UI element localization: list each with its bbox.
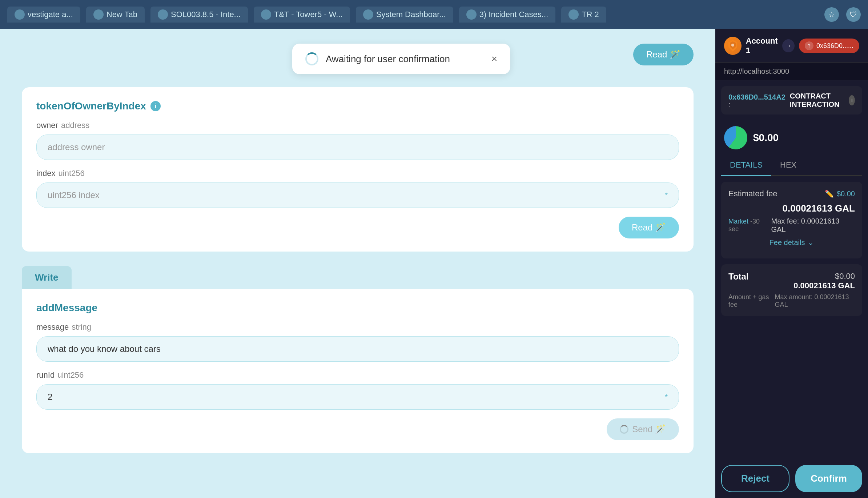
send-button[interactable]: Send 🪄 xyxy=(607,418,679,440)
contract-address-text: 0x636D0...514A2 : xyxy=(728,93,785,108)
main-area: Awaiting for user confirmation × Read 🪄 … xyxy=(0,29,868,498)
tab-tandt[interactable]: T&T - Tower5 - W... xyxy=(254,7,350,23)
awaiting-confirmation-toast: Awaiting for user confirmation × xyxy=(292,44,510,74)
tab-vestigate[interactable]: vestigate a... xyxy=(7,7,80,23)
token-read-button[interactable]: Read 🪄 xyxy=(619,217,679,238)
max-amount: Max amount: 0.00021613 GAL xyxy=(775,293,855,309)
address-badge[interactable]: ? 0x636D0...... xyxy=(799,39,859,53)
index-field-label: index uint256 xyxy=(36,169,679,178)
estimated-fee-label: Estimated fee xyxy=(728,189,777,198)
runid-field-label: runId uint256 xyxy=(36,370,679,380)
tab-sol003[interactable]: SOL003.8.5 - Inte... xyxy=(150,7,248,23)
tab-system[interactable]: System Dashboar... xyxy=(356,7,453,23)
metamask-logo xyxy=(724,37,742,55)
token-of-owner-card: tokenOfOwnerByIndex i owner address addr… xyxy=(22,87,694,252)
mm-url: http://localhost:3000 xyxy=(715,63,868,80)
required-asterisk: * xyxy=(665,393,668,401)
market-info: Market -30 sec xyxy=(728,218,771,233)
message-input[interactable]: what do you know about cars xyxy=(36,336,679,362)
tab-newtab[interactable]: New Tab xyxy=(86,7,145,23)
info-icon[interactable]: i xyxy=(150,101,161,111)
browser-icons: ☆ 🛡 xyxy=(824,7,861,22)
mm-fee-section: Estimated fee ✏️ $0.00 0.00021613 GAL Ma… xyxy=(721,182,862,258)
metamask-panel: Account 1 → ? 0x636D0...... http://local… xyxy=(715,29,868,498)
tab-details[interactable]: DETAILS xyxy=(721,155,771,176)
owner-address-input[interactable]: address owner xyxy=(36,134,679,160)
token-of-owner-title: tokenOfOwnerByIndex i xyxy=(36,100,679,112)
tab-icon xyxy=(568,9,579,20)
total-label: Total xyxy=(728,272,749,282)
max-fee-info: Max fee: 0.00021613 GAL xyxy=(771,217,855,234)
required-asterisk: * xyxy=(665,191,668,200)
token-icon xyxy=(724,126,747,149)
message-field-label: message string xyxy=(36,322,679,332)
shield-icon[interactable]: 🛡 xyxy=(846,7,861,22)
svg-point-2 xyxy=(731,44,734,47)
mm-balance-area: $0.00 xyxy=(715,120,868,155)
toast-message: Awaiting for user confirmation xyxy=(326,53,484,65)
account-name: Account 1 xyxy=(746,36,778,55)
mm-header: Account 1 → ? 0x636D0...... xyxy=(715,29,868,63)
contract-info-icon[interactable]: i xyxy=(849,95,855,105)
tab-icon xyxy=(93,9,104,20)
index-input[interactable]: uint256 index * xyxy=(36,182,679,208)
mm-action-buttons: Reject Confirm xyxy=(715,459,868,498)
fee-details-link[interactable]: Fee details ⌄ xyxy=(728,234,855,251)
mm-fee-details: Market -30 sec Max fee: 0.00021613 GAL xyxy=(728,217,855,234)
tab-icon xyxy=(158,9,168,20)
fee-edit-button[interactable]: ✏️ $0.00 xyxy=(825,189,855,198)
mm-total-section: Total $0.00 0.00021613 GAL Amount + gas … xyxy=(721,264,862,316)
send-spinner xyxy=(620,425,628,434)
tab-tr2[interactable]: TR 2 xyxy=(561,7,606,23)
chevron-down-icon: ⌄ xyxy=(808,238,814,247)
question-icon: ? xyxy=(805,41,813,50)
loading-spinner xyxy=(305,52,318,65)
sub-row: Amount + gas fee Max amount: 0.00021613 … xyxy=(728,293,855,309)
write-tab[interactable]: Write xyxy=(22,266,72,289)
write-section: Write addMessage message string what do … xyxy=(22,266,694,453)
total-row: Total $0.00 0.00021613 GAL xyxy=(728,272,855,290)
contract-type-text: CONTRACT INTERACTION xyxy=(790,92,845,109)
toast-close-button[interactable]: × xyxy=(491,53,497,65)
mm-contract-info: 0x636D0...514A2 : CONTRACT INTERACTION i xyxy=(721,86,862,115)
total-amount: $0.00 0.00021613 GAL xyxy=(793,272,855,290)
mm-tabs: DETAILS HEX xyxy=(721,155,862,176)
balance-display: $0.00 xyxy=(753,132,779,144)
tab-incident[interactable]: 3) Incident Cases... xyxy=(459,7,556,23)
fee-amount-gal: 0.00021613 GAL xyxy=(728,203,855,214)
add-message-title: addMessage xyxy=(36,302,679,314)
tab-icon xyxy=(15,9,25,20)
tab-hex[interactable]: HEX xyxy=(771,155,805,175)
write-card: addMessage message string what do you kn… xyxy=(22,289,694,453)
navigate-button[interactable]: → xyxy=(782,39,795,52)
tab-icon xyxy=(261,9,271,20)
tab-icon xyxy=(363,9,373,20)
browser-bar: vestigate a... New Tab SOL003.8.5 - Inte… xyxy=(0,0,868,29)
left-panel: Awaiting for user confirmation × Read 🪄 … xyxy=(0,29,715,498)
reject-button[interactable]: Reject xyxy=(721,465,789,492)
confirm-button[interactable]: Confirm xyxy=(795,465,862,492)
mm-fee-header: Estimated fee ✏️ $0.00 xyxy=(728,189,855,198)
top-read-button[interactable]: Read 🪄 xyxy=(633,44,694,65)
tab-icon xyxy=(466,9,477,20)
owner-field-label: owner address xyxy=(36,121,679,130)
runid-input[interactable]: 2 * xyxy=(36,384,679,410)
star-icon[interactable]: ☆ xyxy=(824,7,839,22)
